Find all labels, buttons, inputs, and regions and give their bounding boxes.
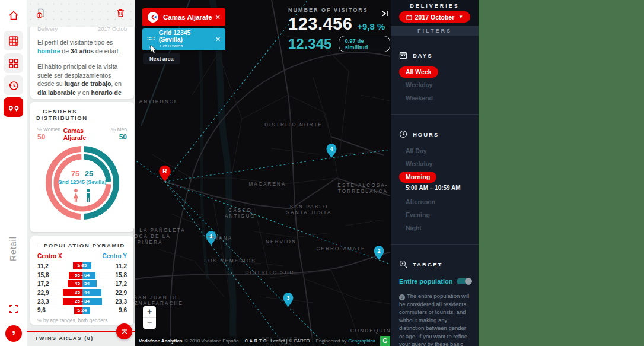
vodafone-logo[interactable]: ’	[5, 325, 22, 342]
close-icon[interactable]: ✕	[215, 14, 221, 21]
twin-area-count: 1 of 8 twins	[159, 43, 215, 49]
days-options: All WeekWeekdayWeekend	[399, 65, 479, 104]
twin-area-text: Grid 12345 (Sevilla) 1 of 8 twins	[159, 30, 215, 49]
fullscreen-icon[interactable]	[4, 299, 23, 319]
visitors-delta: +9,8 %	[357, 21, 385, 31]
days-section: DAYS All WeekWeekdayWeekend	[391, 51, 479, 104]
target-section: TARGET Entire population ?The entire pop…	[391, 260, 479, 346]
delete-button[interactable]	[113, 6, 127, 20]
entire-population-label: Entire population	[399, 278, 452, 285]
entire-population-toggle[interactable]	[457, 278, 471, 284]
filter-option-evening[interactable]: Evening	[399, 208, 479, 221]
trash-icon	[116, 8, 126, 18]
map-canvas[interactable]: R1234 ANTIPONCEDISTRITO NORTEMACARENACAS…	[135, 0, 390, 346]
visitors-title: NUMBER OF VISITORS	[288, 7, 390, 13]
target-section-header: TARGET	[399, 260, 479, 268]
inner-men-value: 25	[85, 170, 93, 178]
map-pin-4[interactable]: 4	[327, 144, 337, 158]
pyramid-headers: Centro X Centro Y	[37, 253, 127, 259]
collapse-panel-button[interactable]	[381, 9, 389, 20]
filters-panel: DELIVERIES 2017 October ▼ FILTERS DAYS A…	[390, 0, 479, 346]
filter-option-morning[interactable]: Morning	[399, 170, 479, 183]
map-zoom-control: + −	[143, 306, 156, 329]
twins-icon[interactable]	[4, 97, 23, 117]
svg-text:3: 3	[286, 295, 289, 301]
history-icon	[8, 80, 20, 91]
export-document-icon	[36, 8, 47, 19]
modules-icon[interactable]	[4, 53, 23, 73]
home-icon[interactable]	[4, 5, 23, 25]
grid-dots-icon	[147, 36, 155, 43]
clock-icon	[399, 130, 407, 138]
hours-section: HOURS All DayWeekdayMorning5:00 AM – 10:…	[391, 130, 479, 234]
carto-wordmark: CARTO	[245, 339, 269, 343]
deliveries-title: DELIVERIES	[391, 3, 479, 9]
section-handle: –	[36, 108, 40, 115]
visitors-count: 123.456	[288, 14, 352, 34]
leaflet-attribution[interactable]: Leaflet | © CARTO	[270, 338, 310, 344]
filter-option-weekday[interactable]: Weekday	[399, 157, 479, 170]
fullscreen-icon	[8, 304, 19, 315]
vodafone-analytics-app: Retail ’ Delivery 2017 Octob El perfil d…	[0, 0, 644, 346]
woman-icon	[71, 189, 81, 202]
export-report-button[interactable]	[34, 6, 48, 20]
selected-area-name: Camas Aljarafe	[163, 14, 212, 21]
district-label: LOS REMEDIOS	[204, 258, 256, 264]
engineered-by-label: Engineered by	[316, 338, 347, 344]
outer-ring-area-name: Camas Aljarafe	[63, 127, 101, 141]
geographica-badge[interactable]: G	[380, 336, 390, 346]
district-label: CERRO-AMATE	[317, 246, 366, 252]
women-legend: % Women 50	[37, 126, 63, 141]
filter-option-all-week[interactable]: All Week	[399, 65, 479, 78]
selected-area-chip[interactable]: Camas Aljarafe ✕	[142, 8, 225, 26]
pyramid-row: 15,855 - 6415,8	[37, 271, 127, 280]
women-label: % Women	[37, 126, 63, 132]
delivery-selector[interactable]: 2017 October ▼	[399, 11, 470, 23]
brand-logo-icon	[147, 11, 159, 23]
deliveries-header: DELIVERIES 2017 October ▼	[391, 0, 479, 26]
filter-option-afternoon[interactable]: Afternoon	[399, 195, 479, 208]
home-icon	[8, 9, 20, 21]
district-label: CASCOANTIGUO	[225, 208, 256, 220]
genders-legend: % Women 50 Camas Aljarafe % Men 50	[36, 121, 128, 141]
days-title: DAYS	[413, 52, 433, 59]
pyramid-left-header: Centro X	[37, 253, 62, 259]
map-pin-R[interactable]: R	[159, 165, 171, 182]
svg-text:R: R	[162, 168, 167, 174]
map-pin-3[interactable]: 3	[283, 293, 294, 307]
zoom-out-button[interactable]: −	[143, 318, 156, 329]
hours-options: All DayWeekdayMorning5:00 AM – 10:59 AMA…	[399, 144, 479, 234]
district-label: ESTE-ALCOSA-TORREBLANCA	[337, 183, 388, 195]
panel-scrollbar[interactable]	[133, 228, 135, 323]
history-icon[interactable]	[4, 75, 23, 95]
district-label: COCA DE LAPIÑERA	[135, 234, 171, 246]
zoom-in-button[interactable]: +	[143, 306, 156, 318]
genders-section-title: –GENDERS DISTRIBUTION	[36, 108, 128, 121]
map-pin-2[interactable]: 2	[374, 246, 384, 260]
district-label: NERVION	[266, 239, 297, 245]
district-label: MACARENA	[248, 182, 286, 188]
pyramid-section-title: –POPULATION PYRAMID	[37, 242, 127, 249]
close-icon[interactable]: ✕	[215, 36, 221, 43]
section-divider	[391, 114, 479, 115]
outside-capture-area	[479, 0, 644, 346]
collapse-twins-areas-button[interactable]	[116, 323, 132, 339]
inner-women-value: 75	[71, 170, 79, 178]
district-label: LA PAÑOLETA	[139, 228, 185, 234]
inner-ring-values: 7525	[41, 170, 124, 178]
modules-icon	[8, 58, 20, 69]
next-area-tooltip[interactable]: Next area	[143, 53, 180, 64]
man-icon	[84, 189, 93, 202]
filter-option-night[interactable]: Night	[399, 221, 479, 234]
filter-option-weekend[interactable]: Weekend	[399, 91, 479, 104]
district-label: SAN JUAN DEAZNALFARACHE	[135, 295, 183, 307]
filter-option-all-day[interactable]: All Day	[399, 144, 479, 157]
men-label: % Men	[101, 126, 127, 132]
pyramid-row: 22,935 - 4422,9	[37, 288, 127, 297]
filter-option-weekday[interactable]: Weekday	[399, 78, 479, 91]
planner-grid-icon[interactable]	[4, 31, 23, 50]
twin-visitors-count: 12.345	[288, 36, 331, 52]
attribution-brand: Vodafone Analytics	[139, 338, 182, 344]
filters-band: FILTERS	[391, 26, 479, 36]
geographica-link[interactable]: Geographica	[348, 338, 375, 344]
